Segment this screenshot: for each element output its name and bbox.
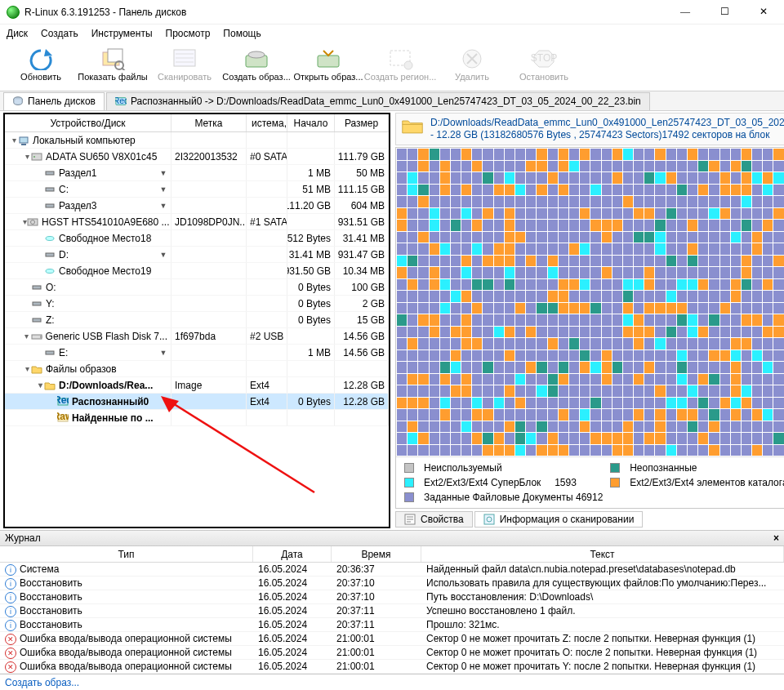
col-device[interactable]: Устройство/Диск [5, 114, 172, 131]
tree-row[interactable]: Z:0 Bytes15 GB [5, 312, 389, 328]
col-label[interactable]: Метка [172, 114, 247, 131]
tree-row[interactable]: D:▼31.41 MB931.47 GB [5, 247, 389, 263]
jcol-time[interactable]: Время [332, 546, 421, 562]
journal-row[interactable]: iВосстановить16.05.202420:37:11Успешно в… [0, 604, 784, 618]
tree-size: 12.28 GB [335, 394, 389, 409]
menu-disk[interactable]: Диск [7, 28, 28, 39]
tree-row[interactable]: O:0 Bytes100 GB [5, 279, 389, 296]
tree-size: 100 GB [335, 279, 389, 295]
twisty-icon[interactable]: ▾ [10, 136, 18, 145]
toolbar-label: Создать регион... [364, 72, 437, 82]
svg-rect-2 [108, 49, 122, 62]
tree-row[interactable]: E:▼1 MB14.56 GB [5, 345, 389, 361]
journal-row[interactable]: ✕Ошибка ввода/вывода операционной систем… [0, 632, 784, 646]
dropdown-icon[interactable]: ▼ [159, 169, 167, 177]
twisty-icon[interactable]: ▾ [23, 152, 31, 161]
journal-row[interactable]: iВосстановить16.05.202420:37:11Прошло: 3… [0, 618, 784, 632]
col-size[interactable]: Размер [335, 114, 389, 131]
toolbar-label: Открыть образ... [294, 72, 363, 82]
journal-row[interactable]: iСистема16.05.202420:36:37Найденный файл… [0, 563, 784, 576]
twisty-icon[interactable]: ▾ [23, 332, 31, 341]
col-fs[interactable]: истема, [247, 114, 287, 131]
jcol-text[interactable]: Текст [421, 546, 784, 562]
tree-fs: #2 USB [247, 328, 287, 344]
info-icon: i [5, 592, 16, 603]
jcol-type[interactable]: Тип [0, 546, 253, 562]
tab-recognized[interactable]: Rec Распознанный0 -> D:/Downloads/ReadDa… [106, 92, 650, 110]
tree-fs: Ext4 [247, 394, 287, 409]
svg-rect-8 [318, 56, 339, 67]
svg-point-7 [248, 51, 265, 58]
tree-row[interactable]: ▾HGST HTS541010A9E680 ...JD1098DP0JN...#… [5, 214, 389, 230]
svg-rect-22 [46, 188, 54, 191]
tree-size [335, 132, 389, 148]
toolbar-label: Удалить [455, 72, 489, 82]
journal-time: 20:37:10 [332, 577, 421, 589]
col-start[interactable]: Начало [287, 114, 335, 131]
toolbar-refresh-button[interactable]: Обновить [7, 46, 75, 85]
part-icon [44, 167, 56, 179]
tree-row[interactable]: Раздел1▼1 MB50 MB [5, 165, 389, 181]
tree-row[interactable]: ▾Файлы образов [5, 361, 389, 377]
tree-row[interactable]: ▾D:/Downloads/Rea...ImageExt412.28 GB [5, 377, 389, 394]
tree-row[interactable]: Свободное Место18512 Bytes31.41 MB [5, 230, 389, 247]
menu-help[interactable]: Помощь [223, 28, 261, 39]
tree-row[interactable]: Y:0 Bytes2 GB [5, 296, 389, 312]
legend-swatch-dir [610, 478, 620, 487]
journal-time: 20:37:11 [332, 605, 421, 617]
journal-type: Ошибка ввода/вывода операционной системы [20, 661, 232, 672]
tab-disk-panel[interactable]: Панель дисков [3, 92, 105, 110]
journal-time: 21:00:01 [332, 661, 421, 672]
journal-row[interactable]: ✕Ошибка ввода/вывода операционной систем… [0, 660, 784, 674]
toolbar-create-image-button[interactable]: Создать образ... [222, 46, 291, 85]
menu-tools[interactable]: Инструменты [91, 28, 153, 39]
open-image-icon [315, 47, 341, 70]
tree-row[interactable]: C:▼51 MB111.15 GB [5, 181, 389, 198]
menu-view[interactable]: Просмотр [166, 28, 211, 39]
tab-properties[interactable]: Свойства [395, 511, 473, 528]
window-title: R-Linux 6.3.191253 - Панель дисков [24, 7, 673, 18]
tree-label: 1f697bda [172, 328, 247, 344]
disk-tree-panel: Устройство/Диск Метка истема, Начало Раз… [3, 113, 390, 528]
journal-row[interactable]: iВосстановить16.05.202420:37:10Использов… [0, 576, 784, 590]
menu-create[interactable]: Создать [41, 28, 78, 39]
dropdown-icon[interactable]: ▼ [159, 251, 167, 259]
journal-row[interactable]: iВосстановить16.05.202420:37:10Путь восс… [0, 590, 784, 604]
dropdown-icon[interactable]: ▼ [159, 202, 167, 210]
dropdown-icon[interactable]: ▼ [159, 185, 167, 194]
folder-icon [401, 117, 424, 136]
error-icon: ✕ [5, 661, 16, 673]
tree-row[interactable]: RawНайденные по ... [5, 410, 389, 426]
tree-row[interactable]: RecРаспознанный0Ext40 Bytes12.28 GB [5, 394, 389, 410]
error-icon: ✕ [5, 634, 16, 645]
tab-scan-info[interactable]: Информация о сканировании [474, 511, 644, 528]
journal-row[interactable]: ✕Ошибка ввода/вывода операционной систем… [0, 646, 784, 660]
minimize-button[interactable]: — [673, 6, 697, 18]
journal-close-icon[interactable]: × [773, 532, 779, 544]
tree-size: 15 GB [335, 312, 389, 327]
tree-row[interactable]: ▾ADATA SU650 V8X01c452I3220013532#0 SATA… [5, 149, 389, 165]
part-icon [31, 298, 42, 309]
tree-row[interactable]: Раздел3▼111.20 GB604 MB [5, 198, 389, 214]
show-files-icon [100, 47, 126, 70]
tree-row[interactable]: Свободное Место19931.50 GB10.34 MB [5, 263, 389, 279]
journal-type: Система [20, 563, 59, 575]
tree-size: 12.28 GB [335, 377, 389, 393]
status-text: Создать образ... [5, 677, 79, 688]
dropdown-icon[interactable]: ▼ [159, 349, 167, 357]
svg-rect-34 [46, 351, 54, 354]
tree-row[interactable]: ▾Generic USB Flash Disk 7...1f697bda#2 U… [5, 328, 389, 345]
twisty-icon[interactable]: ▾ [36, 381, 44, 390]
close-button[interactable]: ✕ [751, 6, 776, 18]
twisty-icon[interactable]: ▾ [23, 364, 31, 373]
jcol-date[interactable]: Дата [253, 546, 332, 562]
tree-row[interactable]: ▾Локальный компьютер [5, 132, 389, 149]
tree-label: JD1098DP0JN... [172, 214, 247, 229]
tree-label [172, 165, 247, 180]
toolbar-open-image-button[interactable]: Открыть образ... [294, 46, 363, 85]
maximize-button[interactable]: ☐ [712, 6, 737, 18]
toolbar-show-files-button[interactable]: Показать файлы [78, 46, 147, 85]
tree-start: 0 Bytes [287, 296, 335, 311]
sector-grid[interactable] [396, 148, 784, 456]
toolbar: ОбновитьПоказать файлыСканироватьСоздать… [0, 42, 784, 91]
